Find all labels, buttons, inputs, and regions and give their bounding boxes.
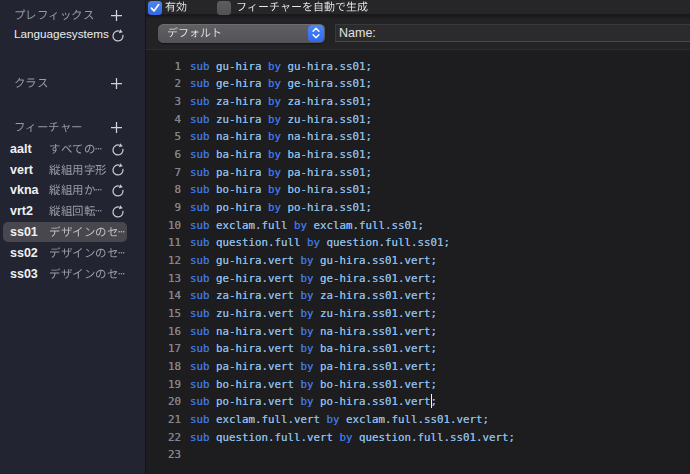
refresh-icon <box>111 142 125 157</box>
keyword-token: by <box>268 183 281 196</box>
code-text: sub ge-hira.vert by ge-hira.ss01.vert; <box>190 270 437 288</box>
keyword-token: sub <box>190 95 210 108</box>
code-token: ba-hira.vert <box>210 342 301 355</box>
code-token: za-hira <box>210 95 269 108</box>
feature-item-ss03[interactable]: ss03 <box>0 263 145 284</box>
regenerate-feature-button[interactable] <box>111 183 125 198</box>
line-number: 7 <box>146 164 181 182</box>
keyword-token: by <box>301 395 314 408</box>
feature-description <box>49 247 125 259</box>
keyword-token: sub <box>190 254 210 267</box>
code-text: sub question.full by question.full.ss01; <box>190 234 450 252</box>
regenerate-languagesystems-button[interactable] <box>111 28 125 43</box>
keyword-token: sub <box>190 289 210 302</box>
keyword-token: sub <box>190 395 210 408</box>
code-token: gu-hira.ss01.vert; <box>314 254 438 267</box>
feature-item-vert[interactable]: vert <box>0 159 145 180</box>
add-prefix-button[interactable] <box>109 8 124 23</box>
line-number: 3 <box>146 93 181 111</box>
code-line: 18sub pa-hira.vert by pa-hira.ss01.vert; <box>146 358 690 376</box>
keyword-token: by <box>268 166 281 179</box>
code-token: bo-hira.vert <box>210 378 301 391</box>
keyword-token: sub <box>190 325 210 338</box>
line-number: 10 <box>146 217 181 235</box>
code-line: 7sub pa-hira by pa-hira.ss01; <box>146 164 690 182</box>
feature-tag: ss02 <box>10 246 38 260</box>
language-popup[interactable] <box>158 24 325 43</box>
feature-description <box>49 268 125 280</box>
enabled-checkbox[interactable] <box>148 1 162 15</box>
line-number: 8 <box>146 181 181 199</box>
keyword-token: by <box>294 219 307 232</box>
regenerate-feature-button[interactable] <box>111 162 125 177</box>
code-text: sub gu-hira by gu-hira.ss01; <box>190 58 372 76</box>
line-number: 16 <box>146 323 181 341</box>
regenerate-feature-button[interactable] <box>111 142 125 157</box>
code-line: 11sub question.full by question.full.ss0… <box>146 234 690 252</box>
code-token: na-hira.ss01; <box>281 130 372 143</box>
add-class-button[interactable] <box>109 76 124 91</box>
name-field[interactable]: Name: <box>335 24 690 42</box>
code-text: sub pa-hira.vert by pa-hira.ss01.vert; <box>190 358 437 376</box>
code-line: 3sub za-hira by za-hira.ss01; <box>146 93 690 111</box>
code-text: sub zu-hira.vert by zu-hira.ss01.vert; <box>190 305 437 323</box>
code-text: sub exclam.full.vert by exclam.full.ss01… <box>190 411 489 429</box>
code-line: 2sub ge-hira by ge-hira.ss01; <box>146 75 690 93</box>
code-line: 23 <box>146 446 690 464</box>
keyword-token: by <box>340 431 353 444</box>
keyword-token: sub <box>190 130 210 143</box>
code-token: ge-hira <box>210 77 269 90</box>
line-number: 19 <box>146 376 181 394</box>
keyword-token: sub <box>190 272 210 285</box>
feature-tag: ss03 <box>10 267 38 281</box>
auto-generate-checkbox[interactable] <box>217 1 231 15</box>
code-text: sub ge-hira by ge-hira.ss01; <box>190 75 372 93</box>
code-line: 14sub za-hira.vert by za-hira.ss01.vert; <box>146 287 690 305</box>
keyword-token: by <box>301 289 314 302</box>
add-feature-button[interactable] <box>109 120 124 135</box>
feature-item-ss02[interactable]: ss02 <box>0 242 145 263</box>
code-token: bo-hira.ss01; <box>281 183 372 196</box>
regenerate-feature-button[interactable] <box>111 204 125 219</box>
code-text: sub bo-hira by bo-hira.ss01; <box>190 181 372 199</box>
feature-description <box>49 164 107 176</box>
code-token: ge-hira.vert <box>210 272 301 285</box>
code-line: 4sub zu-hira by zu-hira.ss01; <box>146 111 690 129</box>
code-token: zu-hira.ss01; <box>281 113 372 126</box>
feature-list: aaltvertvknavrt2ss01ss02ss03 <box>0 139 145 285</box>
feature-tag: vkna <box>10 183 39 197</box>
code-text: sub po-hira by po-hira.ss01; <box>190 199 372 217</box>
code-token: pa-hira.ss01.vert; <box>314 360 438 373</box>
line-number: 20 <box>146 393 181 411</box>
keyword-token: by <box>301 325 314 338</box>
code-line: 9sub po-hira by po-hira.ss01; <box>146 199 690 217</box>
feature-item-vkna[interactable]: vkna <box>0 180 145 201</box>
auto-generate-checkbox-label[interactable] <box>236 0 368 16</box>
keyword-token: sub <box>190 183 210 196</box>
line-number: 4 <box>146 111 181 129</box>
keyword-token: by <box>268 148 281 161</box>
line-number: 2 <box>146 75 181 93</box>
line-number: 12 <box>146 252 181 270</box>
sidebar-item-languagesystems[interactable]: Languagesystems <box>14 27 109 40</box>
keyword-token: sub <box>190 307 210 320</box>
keyword-token: by <box>301 272 314 285</box>
feature-item-ss01[interactable]: ss01 <box>0 222 145 243</box>
code-line: 19sub bo-hira.vert by bo-hira.ss01.vert; <box>146 376 690 394</box>
code-text: sub ba-hira.vert by ba-hira.ss01.vert; <box>190 340 437 358</box>
enabled-checkbox-label[interactable] <box>165 0 187 16</box>
feature-item-aalt[interactable]: aalt <box>0 139 145 160</box>
keyword-token: by <box>301 307 314 320</box>
line-number: 17 <box>146 340 181 358</box>
feature-code-editor[interactable]: 1sub gu-hira by gu-hira.ss01;2sub ge-hir… <box>146 51 690 474</box>
features-panel: Languagesystems aaltvertvknavrt2ss01ss02… <box>0 0 690 474</box>
line-number: 13 <box>146 270 181 288</box>
main-panel: Name: 1sub gu-hira by gu-hira.ss01;2sub … <box>146 0 690 474</box>
keyword-token: sub <box>190 113 210 126</box>
keyword-token: by <box>268 60 281 73</box>
code-token: po-hira.vert <box>210 395 301 408</box>
feature-item-vrt2[interactable]: vrt2 <box>0 201 145 222</box>
code-text: sub exclam.full by exclam.full.ss01; <box>190 217 424 235</box>
line-number: 6 <box>146 146 181 164</box>
code-token: za-hira.ss01; <box>281 95 372 108</box>
